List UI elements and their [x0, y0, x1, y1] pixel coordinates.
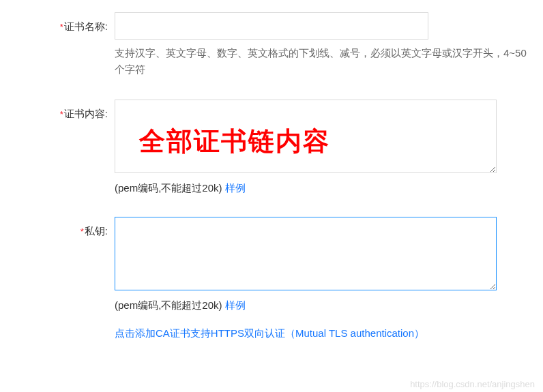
watermark-text: https://blog.csdn.net/anjingshen [410, 379, 535, 389]
required-asterisk: * [60, 22, 63, 32]
cert-content-wrap: 全部证书链内容 [115, 100, 497, 175]
private-key-hint-row: (pem编码,不能超过20k) 样例 [115, 299, 529, 312]
cert-name-label-text: 证书名称: [64, 20, 108, 32]
label-cert-name: *证书名称: [0, 12, 115, 33]
cert-content-textarea[interactable] [115, 100, 497, 173]
cert-content-label-text: 证书内容: [64, 108, 108, 119]
cert-content-hint-prefix: (pem编码,不能超过20k) [115, 182, 225, 194]
input-col-private-key: (pem编码,不能超过20k) 样例 点击添加CA证书支持HTTPS双向认证（M… [115, 217, 543, 340]
required-asterisk: * [60, 109, 63, 119]
cert-content-sample-link[interactable]: 样例 [225, 182, 246, 194]
add-ca-cert-link[interactable]: 点击添加CA证书支持HTTPS双向认证（Mutual TLS authentic… [115, 327, 529, 340]
row-cert-name: *证书名称: 支持汉字、英文字母、数字、英文格式的下划线、减号，必须以英文字母或… [0, 12, 543, 78]
row-cert-content: *证书内容: 全部证书链内容 (pem编码,不能超过20k) 样例 [0, 100, 543, 195]
label-cert-content: *证书内容: [0, 100, 115, 121]
cert-content-hint-row: (pem编码,不能超过20k) 样例 [115, 182, 529, 195]
required-asterisk: * [80, 226, 84, 237]
private-key-textarea[interactable] [115, 217, 497, 290]
row-private-key: *私钥: (pem编码,不能超过20k) 样例 点击添加CA证书支持HTTPS双… [0, 217, 543, 340]
cert-name-input[interactable] [115, 12, 428, 40]
input-col-cert-content: 全部证书链内容 (pem编码,不能超过20k) 样例 [115, 100, 543, 195]
label-private-key: *私钥: [0, 217, 115, 238]
private-key-hint-prefix: (pem编码,不能超过20k) [115, 299, 225, 311]
input-col-cert-name: 支持汉字、英文字母、数字、英文格式的下划线、减号，必须以英文字母或汉字开头，4~… [115, 12, 543, 78]
private-key-label-text: 私钥: [85, 225, 108, 237]
cert-name-hint: 支持汉字、英文字母、数字、英文格式的下划线、减号，必须以英文字母或汉字开头，4~… [115, 45, 529, 78]
private-key-sample-link[interactable]: 样例 [225, 299, 246, 311]
